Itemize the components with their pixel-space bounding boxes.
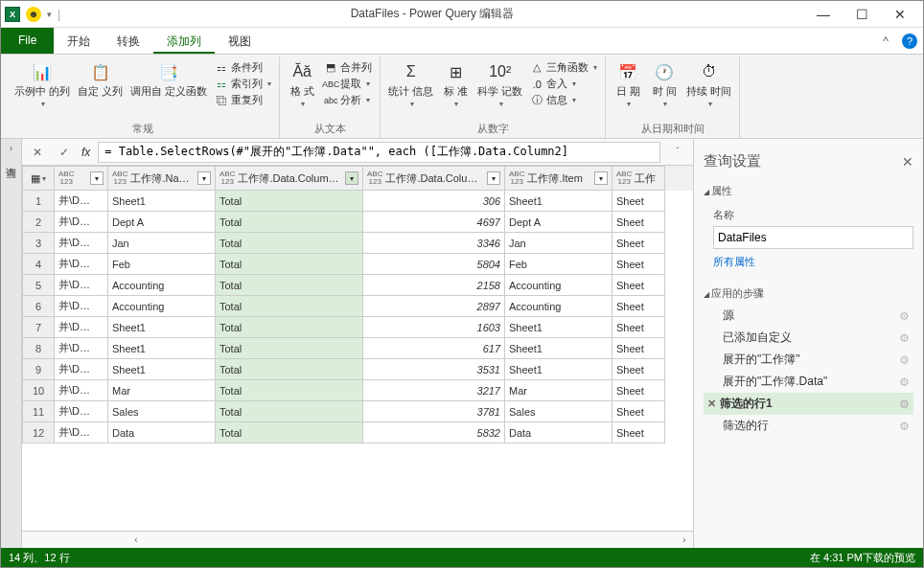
cell[interactable]: Sheet bbox=[612, 422, 665, 443]
tab-transform[interactable]: 转换 bbox=[104, 28, 153, 54]
row-number[interactable]: 11 bbox=[22, 401, 55, 422]
table-row[interactable]: 10并\D…MarTotal3217MarSheet bbox=[22, 380, 693, 401]
cell[interactable]: Accounting bbox=[505, 275, 612, 296]
tab-file[interactable]: File bbox=[1, 28, 54, 54]
cell[interactable]: 并\D… bbox=[55, 338, 108, 359]
table-row[interactable]: 6并\D…AccountingTotal2897AccountingSheet bbox=[22, 296, 693, 317]
cell[interactable]: Jan bbox=[505, 233, 612, 254]
cell[interactable]: Feb bbox=[505, 254, 612, 275]
cell[interactable]: Sheet1 bbox=[505, 359, 612, 380]
cell[interactable]: Total bbox=[216, 254, 363, 275]
cell[interactable]: Sheet1 bbox=[505, 338, 612, 359]
close-pane-icon[interactable]: ✕ bbox=[902, 154, 913, 170]
row-number[interactable]: 5 bbox=[22, 275, 55, 296]
conditional-column-button[interactable]: ⚏条件列 bbox=[215, 60, 271, 75]
help-icon[interactable]: ? bbox=[902, 34, 917, 49]
cell[interactable]: Sheet bbox=[612, 380, 665, 401]
delete-step-icon[interactable]: ✕ bbox=[707, 398, 716, 410]
parse-button[interactable]: abc分析▾ bbox=[324, 93, 372, 107]
table-row[interactable]: 9并\D…Sheet1Total3531Sheet1Sheet bbox=[22, 359, 693, 380]
cell[interactable]: Sheet1 bbox=[108, 317, 216, 338]
cell[interactable]: Jan bbox=[108, 233, 216, 254]
cell[interactable]: Total bbox=[216, 275, 363, 296]
row-number[interactable]: 7 bbox=[22, 317, 55, 338]
cell[interactable]: 并\D… bbox=[55, 275, 108, 296]
datatype-icon[interactable]: ABC123 bbox=[509, 170, 524, 186]
table-row[interactable]: 4并\D…FebTotal5804FebSheet bbox=[22, 254, 693, 275]
rounding-button[interactable]: .0舍入▾ bbox=[530, 77, 597, 91]
table-row[interactable]: 8并\D…Sheet1Total617Sheet1Sheet bbox=[22, 338, 693, 359]
table-row[interactable]: 3并\D…JanTotal3346JanSheet bbox=[22, 233, 693, 254]
minimize-button[interactable]: — bbox=[804, 7, 843, 22]
cell[interactable]: Sheet bbox=[612, 212, 665, 233]
table-row[interactable]: 1并\D…Sheet1Total306Sheet1Sheet bbox=[22, 191, 693, 212]
gear-icon[interactable]: ⚙ bbox=[899, 353, 910, 367]
cell[interactable]: 5804 bbox=[363, 254, 505, 275]
row-number[interactable]: 6 bbox=[22, 296, 55, 317]
cell[interactable]: Sheet bbox=[612, 296, 665, 317]
formula-input[interactable] bbox=[98, 142, 660, 163]
cell[interactable]: 2897 bbox=[363, 296, 505, 317]
datatype-icon[interactable]: ABC123 bbox=[219, 170, 235, 186]
cell[interactable]: Dept A bbox=[108, 212, 216, 233]
filter-dropdown-icon[interactable]: ▾ bbox=[197, 171, 211, 185]
cell[interactable]: 并\D… bbox=[55, 254, 108, 275]
chevron-right-icon[interactable]: › bbox=[10, 143, 12, 153]
column-header[interactable]: ABC123▾ bbox=[55, 166, 108, 191]
cell[interactable]: 并\D… bbox=[55, 359, 108, 380]
cell[interactable]: 并\D… bbox=[55, 317, 108, 338]
row-number[interactable]: 2 bbox=[22, 212, 55, 233]
filter-dropdown-icon[interactable]: ▾ bbox=[90, 171, 104, 185]
cell[interactable]: Sheet1 bbox=[108, 338, 216, 359]
table-row[interactable]: 11并\D…SalesTotal3781SalesSheet bbox=[22, 401, 693, 422]
filter-dropdown-icon[interactable]: ▾ bbox=[345, 171, 358, 185]
cell[interactable]: Mar bbox=[108, 380, 216, 401]
cell[interactable]: 4697 bbox=[363, 212, 505, 233]
cell[interactable]: Total bbox=[216, 296, 363, 317]
applied-step[interactable]: 源⚙ bbox=[704, 305, 913, 327]
applied-step[interactable]: 已添加自定义⚙ bbox=[704, 327, 913, 349]
cell[interactable]: Total bbox=[216, 212, 363, 233]
cell[interactable]: Sheet1 bbox=[108, 191, 216, 212]
date-button[interactable]: 📅日 期▾ bbox=[613, 60, 642, 108]
row-number[interactable]: 3 bbox=[22, 233, 55, 254]
cell[interactable]: 617 bbox=[363, 338, 505, 359]
cell[interactable]: 并\D… bbox=[55, 191, 108, 212]
column-header[interactable]: ABC123工作簿.Item▾ bbox=[505, 166, 612, 191]
cancel-formula-icon[interactable]: ✕ bbox=[28, 146, 47, 159]
cell[interactable]: 1603 bbox=[363, 317, 505, 338]
applied-step[interactable]: 展开的"工作簿"⚙ bbox=[704, 349, 913, 371]
cell[interactable]: Sheet bbox=[612, 254, 665, 275]
smiley-icon[interactable]: ☻ bbox=[26, 7, 41, 22]
table-row[interactable]: 7并\D…Sheet1Total1603Sheet1Sheet bbox=[22, 317, 693, 338]
cell[interactable]: Total bbox=[216, 191, 363, 212]
cell[interactable]: Total bbox=[216, 422, 363, 443]
table-row[interactable]: 2并\D…Dept ATotal4697Dept ASheet bbox=[22, 212, 693, 233]
custom-column-button[interactable]: 📋自定 义列 bbox=[78, 60, 123, 98]
cell[interactable]: Sheet1 bbox=[505, 191, 612, 212]
cell[interactable]: Sheet bbox=[612, 401, 665, 422]
cell[interactable]: Data bbox=[505, 422, 612, 443]
cell[interactable]: Accounting bbox=[108, 275, 216, 296]
applied-step[interactable]: 展开的"工作簿.Data"⚙ bbox=[704, 371, 913, 393]
cell[interactable]: Accounting bbox=[505, 296, 612, 317]
cell[interactable]: 3531 bbox=[363, 359, 505, 380]
cell[interactable]: Sheet1 bbox=[505, 317, 612, 338]
cell[interactable]: 2158 bbox=[363, 275, 505, 296]
duration-button[interactable]: ⏱持续 时间▾ bbox=[686, 60, 731, 108]
cell[interactable]: 5832 bbox=[363, 422, 505, 443]
column-from-examples-button[interactable]: 📊示例中 的列▾ bbox=[14, 60, 70, 108]
cell[interactable]: 并\D… bbox=[55, 401, 108, 422]
cell[interactable]: Sales bbox=[108, 401, 216, 422]
cell[interactable]: Mar bbox=[505, 380, 612, 401]
cell[interactable]: Feb bbox=[108, 254, 216, 275]
filter-dropdown-icon[interactable]: ▾ bbox=[487, 171, 500, 185]
cell[interactable]: Total bbox=[216, 317, 363, 338]
gear-icon[interactable]: ⚙ bbox=[899, 398, 910, 411]
all-properties-link[interactable]: 所有属性 bbox=[713, 249, 913, 275]
column-header[interactable]: ABC123工作簿.Data.Colum…▾ bbox=[216, 166, 363, 191]
select-all-corner[interactable]: ▦▾ bbox=[22, 166, 55, 191]
cell[interactable]: Total bbox=[216, 359, 363, 380]
cell[interactable]: 306 bbox=[363, 191, 505, 212]
gear-icon[interactable]: ⚙ bbox=[899, 331, 910, 345]
